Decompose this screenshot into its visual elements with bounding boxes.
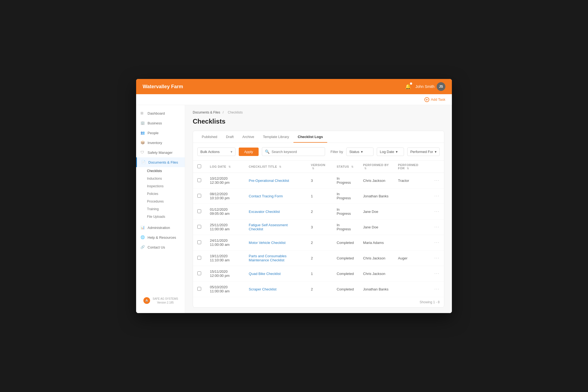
performed-for-filter-dropdown[interactable]: Performed For ▾ [407, 148, 440, 156]
cell-checklist-title-4[interactable]: Motor Vehicle Checklist [244, 235, 307, 250]
main-layout: ⊞ Dashboard 🏢 Business 👥 People 📦 Invent… [136, 105, 452, 313]
bulk-actions-chevron-icon: ▾ [231, 150, 232, 154]
row-checkbox-6[interactable] [197, 271, 201, 275]
cell-checklist-title-3[interactable]: Fatigue Self Assessment Checklist [244, 219, 307, 235]
breadcrumb-parent[interactable]: Documents & Files [193, 111, 220, 114]
row-more-button-2[interactable]: ··· [434, 209, 440, 214]
table-row: 25/11/2020 11:00:00 am Fatigue Self Asse… [193, 219, 444, 235]
checklist-link-1[interactable]: Contact Tracing Form [249, 194, 283, 198]
apply-button[interactable]: Apply [239, 148, 259, 156]
avatar: JS [437, 82, 445, 91]
cell-status-2: In Progress [332, 204, 359, 219]
log-date-sort-icon[interactable]: ⇅ [228, 165, 231, 168]
checklist-link-3[interactable]: Fatigue Self Assessment Checklist [249, 223, 288, 231]
submenu-item-training[interactable]: Training [136, 205, 185, 213]
documents-icon: 📄 [141, 160, 146, 164]
sidebar-item-contact-us[interactable]: 🔗 Contact Us [136, 242, 185, 252]
cell-performed-for-1 [394, 188, 430, 204]
log-date-filter-chevron-icon: ▾ [396, 150, 398, 154]
search-icon: 🔍 [265, 149, 270, 154]
sidebar-item-documents-files[interactable]: 📄 Documents & Files [136, 157, 185, 167]
col-version: VERSION ⇅ [307, 161, 332, 173]
status-sort-icon[interactable]: ⇅ [351, 165, 354, 168]
cell-actions-6: ··· [430, 266, 444, 281]
checklist-link-7[interactable]: Scraper Checklist [249, 287, 277, 291]
row-more-button-6[interactable]: ··· [434, 271, 440, 276]
tab-published[interactable]: Published [197, 131, 222, 143]
col-log-date: LOG DATE ⇅ [206, 161, 244, 173]
submenu-item-inspections[interactable]: Inspections [136, 182, 185, 190]
row-checkbox-1[interactable] [197, 194, 201, 198]
cell-version-4: 2 [307, 235, 332, 250]
tab-checklist-logs[interactable]: Checklist Logs [293, 131, 327, 143]
performed-for-sort-icon[interactable]: ⇅ [407, 167, 409, 170]
row-checkbox-7[interactable] [197, 287, 201, 291]
business-icon: 🏢 [140, 121, 145, 125]
documents-submenu: Checklists Inductions Inspections Polici… [136, 167, 185, 220]
tab-template-library[interactable]: Template Library [259, 131, 293, 143]
checklist-link-4[interactable]: Motor Vehicle Checklist [249, 241, 286, 245]
checklist-link-2[interactable]: Excavator Checklist [249, 210, 280, 214]
checklist-link-6[interactable]: Quad Bike Checklist [249, 272, 281, 276]
table-row: 05/10/2020 11:00:00 am Scraper Checklist… [193, 281, 444, 297]
cell-performed-by-0: Chris Jackson [359, 173, 394, 188]
sidebar-item-administration[interactable]: 📊 Administration [136, 223, 185, 232]
sidebar-item-inventory[interactable]: 📦 Inventory [136, 138, 185, 148]
row-more-button-0[interactable]: ··· [434, 178, 440, 183]
inventory-icon: 📦 [140, 140, 145, 145]
safe-ag-logo: SAFE AG SYSTEMS Version 2.185 [140, 297, 180, 304]
cell-checklist-title-5[interactable]: Parts and Consumables Maintenance Checkl… [244, 250, 307, 266]
row-more-button-5[interactable]: ··· [434, 256, 440, 260]
checklist-link-5[interactable]: Parts and Consumables Maintenance Checkl… [249, 254, 287, 262]
status-filter-dropdown[interactable]: Status ▾ [346, 148, 373, 156]
row-more-button-3[interactable]: ··· [434, 225, 440, 229]
sidebar-item-dashboard[interactable]: ⊞ Dashboard [136, 108, 185, 118]
tab-archive[interactable]: Archive [238, 131, 258, 143]
cell-checklist-title-0[interactable]: Pre-Operational Checklist [244, 173, 307, 188]
row-checkbox-2[interactable] [197, 209, 201, 213]
row-more-button-7[interactable]: ··· [434, 287, 440, 291]
user-menu[interactable]: John Smith JS [415, 82, 445, 91]
cell-checklist-title-1[interactable]: Contact Tracing Form [244, 188, 307, 204]
checklist-link-0[interactable]: Pre-Operational Checklist [249, 179, 289, 183]
row-checkbox-5[interactable] [197, 256, 201, 260]
select-all-checkbox[interactable] [197, 164, 201, 168]
submenu-item-policies[interactable]: Policies [136, 190, 185, 198]
log-date-filter-dropdown[interactable]: Log Date ▾ [377, 148, 404, 156]
row-more-button-4[interactable]: ··· [434, 240, 440, 245]
cell-version-6: 1 [307, 266, 332, 281]
header: Watervalley Farm 🔔 John Smith JS [136, 79, 452, 94]
tab-draft[interactable]: Draft [222, 131, 238, 143]
row-more-button-1[interactable]: ··· [434, 194, 440, 198]
bulk-actions-dropdown[interactable]: Bulk Actions ▾ [197, 148, 235, 156]
row-checkbox-4[interactable] [197, 240, 201, 244]
sidebar-item-business[interactable]: 🏢 Business [136, 118, 185, 128]
version-sort-icon[interactable]: ⇅ [312, 167, 314, 170]
search-input[interactable] [272, 150, 322, 154]
submenu-item-procedures[interactable]: Procedures [136, 198, 185, 205]
cell-actions-4: ··· [430, 235, 444, 250]
filter-by-label: Filter by [330, 150, 343, 154]
sidebar-item-help-resources[interactable]: 🌐 Help & Resources [136, 232, 185, 242]
notification-bell[interactable]: 🔔 [405, 84, 411, 90]
col-performed-by: PERFORMED BY ⇅ [359, 161, 394, 173]
row-checkbox-3[interactable] [197, 225, 201, 229]
search-box[interactable]: 🔍 [262, 147, 325, 156]
row-checkbox-0[interactable] [197, 178, 201, 182]
sidebar-item-safety-manager[interactable]: 🛡 Safety Manager [136, 148, 185, 157]
performed-by-sort-icon[interactable]: ⇅ [364, 167, 367, 170]
sidebar-item-people[interactable]: 👥 People [136, 128, 185, 138]
table-row: 08/12/2020 10:10:00 pm Contact Tracing F… [193, 188, 444, 204]
checklist-title-sort-icon[interactable]: ⇅ [279, 165, 281, 168]
cell-checklist-title-7[interactable]: Scraper Checklist [244, 281, 307, 297]
admin-icon: 📊 [140, 225, 145, 230]
add-task-button[interactable]: + Add Task [424, 97, 445, 102]
submenu-item-checklists[interactable]: Checklists [136, 167, 185, 175]
submenu-item-inductions[interactable]: Inductions [136, 175, 185, 182]
submenu-item-file-uploads[interactable]: File Uploads [136, 213, 185, 220]
contact-icon: 🔗 [140, 245, 145, 249]
cell-checklist-title-6[interactable]: Quad Bike Checklist [244, 266, 307, 281]
checklists-table: LOG DATE ⇅ CHECKLIST TITLE ⇅ VERSION ⇅ [193, 161, 444, 297]
user-name: John Smith [415, 84, 434, 89]
cell-checklist-title-2[interactable]: Excavator Checklist [244, 204, 307, 219]
